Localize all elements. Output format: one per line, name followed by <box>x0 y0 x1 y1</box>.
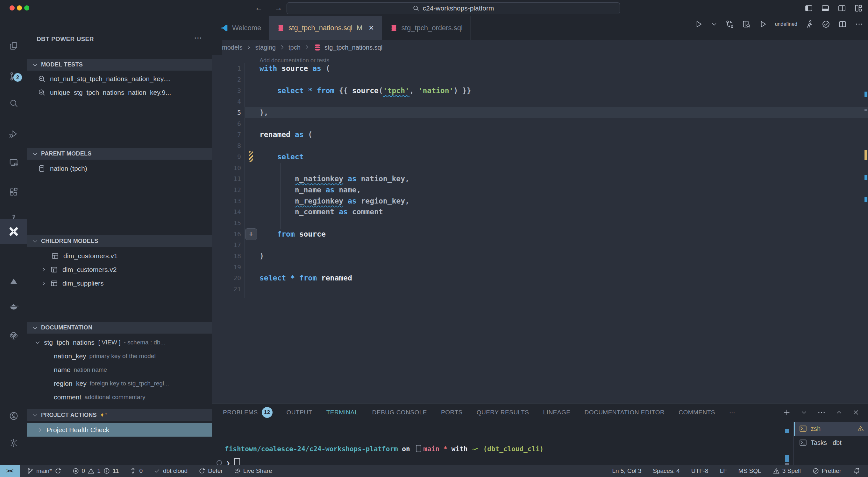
activity-bar-item-remote-explorer[interactable] <box>0 150 27 175</box>
breadcrumb[interactable]: modelsstagingtpchstg_tpch_nations.sql <box>222 40 868 55</box>
panel-tab[interactable]: TERMINAL <box>327 409 358 416</box>
sidebar-tree-item[interactable]: dim_customers.v1 <box>27 249 236 263</box>
panel-tab[interactable]: COMMENTS <box>679 409 715 416</box>
status-item[interactable]: Spaces: 4 <box>653 468 680 474</box>
close-icon[interactable] <box>852 409 860 416</box>
chevron-down-icon[interactable] <box>801 409 807 416</box>
status-item[interactable]: dbt cloud <box>153 468 188 474</box>
code-line: 1 with source as ( <box>212 63 868 74</box>
status-item[interactable]: Ln 5, Col 3 <box>612 468 641 474</box>
activity-bar-item-settings[interactable] <box>0 430 27 456</box>
status-item[interactable]: MS SQL <box>738 468 761 474</box>
terminal-tab-zsh[interactable]: zsh <box>794 422 868 436</box>
panel-tab[interactable]: DEBUG CONSOLE <box>372 409 427 416</box>
breadcrumb-item[interactable]: models <box>222 44 242 51</box>
breadcrumb-item[interactable]: stg_tpch_nations.sql <box>324 44 382 51</box>
code-line: 21 <box>212 284 868 295</box>
sidebar-tree-item[interactable]: commentadditional commentary <box>27 390 239 404</box>
minimize-window-button[interactable] <box>17 5 22 10</box>
section-header[interactable]: DOCUMENTATION <box>27 322 212 334</box>
section-header[interactable]: CHILDREN MODELS <box>27 235 212 247</box>
editor-tab[interactable]: stg_tpch_orders.sql <box>382 16 471 40</box>
sidebar-tree-item[interactable]: stg_tpch_nations[ VIEW ]- schema : db... <box>27 336 219 349</box>
sidebar-tree-item[interactable]: region_keyforeign key to stg_tpch_regi..… <box>27 376 239 390</box>
run-icon[interactable] <box>694 20 703 29</box>
section-header[interactable]: PARENT MODELS <box>27 148 212 160</box>
command-center[interactable]: c24-workshops-platform <box>286 2 620 14</box>
terminal-output[interactable]: fishtown/coalesce-24/c24-workshops-platf… <box>225 445 544 453</box>
status-item[interactable]: LF <box>720 468 727 474</box>
status-item[interactable]: UTF-8 <box>691 468 709 474</box>
line-number: 15 <box>212 219 241 227</box>
navigate-forward-icon[interactable]: → <box>275 3 282 12</box>
panel-tab[interactable]: QUERY RESULTS <box>477 409 529 416</box>
warning-icon <box>88 468 95 474</box>
breadcrumb-item[interactable]: tpch <box>288 44 301 51</box>
status-item[interactable]: Prettier <box>812 468 841 474</box>
toggle-sidebar-icon[interactable] <box>804 4 813 13</box>
sidebar-more-icon[interactable]: ⋯ <box>194 33 202 43</box>
check-circle-icon[interactable] <box>822 20 830 29</box>
more-icon[interactable] <box>855 20 864 29</box>
sidebar-tree-item[interactable]: nation (tpch) <box>27 162 222 175</box>
activity-bar-item-account[interactable] <box>0 403 27 429</box>
activity-bar-item-source-control[interactable]: 2 <box>0 64 27 89</box>
close-window-button[interactable] <box>9 5 14 10</box>
activity-bar-item-debug[interactable] <box>0 121 27 146</box>
status-item[interactable]: Live Share <box>234 468 272 474</box>
panel-tab[interactable]: LINEAGE <box>543 409 570 416</box>
customize-layout-icon[interactable] <box>854 4 863 13</box>
breadcrumb-item[interactable]: staging <box>255 44 276 51</box>
panel-tab[interactable]: DOCUMENTATION EDITOR <box>584 409 664 416</box>
panel-tab[interactable]: OUTPUT <box>286 409 312 416</box>
status-item[interactable]: 3 Spell <box>773 468 801 474</box>
activity-bar-item-files[interactable] <box>0 33 27 59</box>
plus-icon[interactable] <box>783 408 791 417</box>
status-item[interactable]: 0111 <box>72 468 119 474</box>
sidebar-tree-item[interactable]: unique_stg_tpch_nations_nation_key.9... <box>27 86 222 99</box>
zoom-window-button[interactable] <box>24 5 29 10</box>
terminal-tab-tasks---dbt[interactable]: Tasks - dbt <box>794 436 868 450</box>
code-text: select <box>259 152 304 161</box>
editor-tab[interactable]: stg_tpch_nations.sql M ✕ <box>269 16 382 40</box>
chevron-down-icon[interactable] <box>711 21 718 28</box>
activity-bar-item-dbt-power-user[interactable] <box>0 219 27 244</box>
status-item[interactable]: main* <box>27 468 61 474</box>
toggle-secondary-sidebar-icon[interactable] <box>837 4 846 13</box>
activity-bar-item-extensions[interactable] <box>0 179 27 204</box>
navigate-back-icon[interactable]: ← <box>255 3 263 12</box>
play-icon[interactable] <box>758 20 767 29</box>
activity-bar-item-search[interactable] <box>0 91 27 116</box>
status-item[interactable]: 0 <box>130 468 143 474</box>
sidebar-tree-item[interactable]: nation_keyprimary key of the model <box>27 349 239 363</box>
split-editor-icon[interactable] <box>838 20 847 29</box>
preview-icon[interactable] <box>742 20 751 29</box>
more-icon[interactable] <box>817 408 826 417</box>
compare-icon[interactable] <box>725 20 734 29</box>
editor-tab[interactable]: Welcome <box>212 16 269 40</box>
sidebar-tree-item[interactable]: not_null_stg_tpch_nations_nation_key.... <box>27 72 222 86</box>
panel-tab[interactable]: ⋯ <box>729 409 736 416</box>
activity-bar-item-todo-tree[interactable] <box>0 323 27 348</box>
code-editor[interactable]: Add documentation or tests 1 with source… <box>212 55 868 403</box>
section-header[interactable]: MODEL TESTS <box>27 59 212 71</box>
panel-tab[interactable]: PROBLEMS 12 <box>223 407 273 418</box>
toggle-panel-icon[interactable] <box>821 4 830 13</box>
status-item[interactable]: Defer <box>198 468 223 474</box>
sidebar-tree-item[interactable]: namenation name <box>27 363 239 376</box>
sidebar-tree-item[interactable]: dim_suppliers <box>27 276 225 290</box>
activity-bar-item-docker[interactable] <box>0 294 27 319</box>
add-action-button[interactable]: + <box>245 228 257 240</box>
line-number: 13 <box>212 197 241 205</box>
dbt-icon[interactable]: undefined <box>775 21 797 27</box>
close-icon[interactable]: ✕ <box>368 24 374 32</box>
sidebar-tree-item[interactable]: Project Health Check <box>27 423 221 437</box>
remote-indicator[interactable]: >< <box>0 465 20 477</box>
runner-icon[interactable] <box>805 20 814 29</box>
panel-tab[interactable]: PORTS <box>441 409 463 416</box>
status-item[interactable] <box>853 467 860 475</box>
section-header[interactable]: PROJECT ACTIONS ✦⁺ <box>27 409 212 421</box>
activity-bar-item-altimate[interactable] <box>0 268 27 294</box>
sidebar-tree-item[interactable]: dim_customers.v2 <box>27 263 225 276</box>
chevron-up-icon[interactable] <box>836 409 842 416</box>
